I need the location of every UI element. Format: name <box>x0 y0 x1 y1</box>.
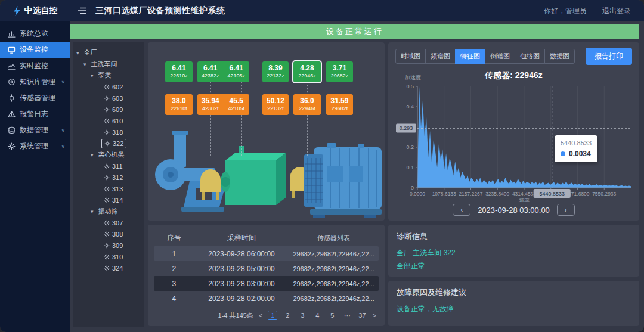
sensor-cell-22946t[interactable]: 36.022946t <box>293 94 321 115</box>
pagination-page-37[interactable]: 37 <box>357 311 367 320</box>
table-row[interactable]: 32023-09-28 03:00:0029682z,29682t,22946z… <box>154 276 379 291</box>
tab-频谱图[interactable]: 频谱图 <box>425 49 456 64</box>
sensor-cell-42105t[interactable]: 45.542105t <box>224 94 250 115</box>
table-row[interactable]: 12023-09-28 06:00:0029682z,29682t,22946z… <box>154 246 379 261</box>
sensor-id: 42382z <box>197 73 224 79</box>
sensor-cell-22132t[interactable]: 50.1222132t <box>262 94 289 115</box>
tree-leaf-312[interactable]: 312 <box>73 172 144 183</box>
sensor-box-42382z[interactable]: 6.4142382z6.4142105z <box>197 61 249 82</box>
table-cell: 29682z,29682t,22946z,22... <box>289 295 379 302</box>
tree-leaf-610[interactable]: 610 <box>73 115 144 126</box>
sensor-value: 3.71 <box>326 64 353 73</box>
svg-text:0.2: 0.2 <box>406 144 414 150</box>
tab-倒谱图[interactable]: 倒谱图 <box>485 49 515 64</box>
sidebar-item-2[interactable]: 设备监控 <box>0 42 70 58</box>
tab-数据图[interactable]: 数据图 <box>544 49 575 64</box>
tree-leaf-318[interactable]: 318 <box>73 126 144 138</box>
tab-特征图[interactable]: 特征图 <box>455 49 485 64</box>
sensor-value: 45.5 <box>224 97 250 106</box>
sidebar-item-6[interactable]: 报警日志 <box>0 106 70 122</box>
tree-leaf-609[interactable]: 609 <box>73 104 144 115</box>
sensor-dropline <box>179 82 179 156</box>
pagination-page-1[interactable]: 1 <box>268 311 277 320</box>
sensor-box-22132z[interactable]: 8.3922132z <box>262 61 289 82</box>
sensor-box-22946z[interactable]: 4.2822946z <box>293 61 321 82</box>
tree-leaf-602[interactable]: 602 <box>73 81 144 92</box>
sidebar-item-label: 实时监控 <box>20 61 48 71</box>
pagination-page-3[interactable]: 3 <box>298 311 307 320</box>
tab-时域图[interactable]: 时域图 <box>395 49 426 64</box>
table-row[interactable]: 22023-09-28 05:00:0029682z,29682t,22946z… <box>154 261 379 276</box>
caret-down-icon[interactable]: ▾ <box>83 61 86 67</box>
pagination-prev[interactable]: < <box>259 312 262 319</box>
sensor-box-22610t[interactable]: 38.022610t <box>165 94 193 115</box>
spectrum-chart[interactable]: 加速度00.10.20.40.50.00001078.61332157.2267… <box>388 42 639 202</box>
sensor-cell-22946z[interactable]: 4.2822946z <box>293 61 321 82</box>
sensor-box-29682t[interactable]: 31.5929682t <box>326 94 353 115</box>
tree-leaf-307[interactable]: 307 <box>73 217 144 228</box>
next-date-button[interactable]: › <box>557 204 575 216</box>
caret-down-icon[interactable]: ▾ <box>91 209 94 215</box>
tree-branch-全厂[interactable]: ▾全厂 <box>73 47 144 58</box>
tree-leaf-324[interactable]: 324 <box>73 262 144 274</box>
sensor-cell-22610t[interactable]: 38.022610t <box>165 94 193 115</box>
sidebar-item-1[interactable]: 系统总览 <box>0 26 70 42</box>
sensor-cell-22132z[interactable]: 8.3922132z <box>262 61 289 82</box>
tree-leaf-603[interactable]: 603 <box>73 92 144 104</box>
tree-branch-泵类[interactable]: ▾泵类 <box>73 70 144 81</box>
caret-down-icon[interactable]: ▾ <box>91 73 94 79</box>
sensor-cell-29682z[interactable]: 3.7129682z <box>326 61 353 82</box>
sensor-dropline <box>307 82 308 156</box>
logout-link[interactable]: 退出登录 <box>602 6 631 16</box>
pagination-page-2[interactable]: 2 <box>283 311 292 320</box>
series-dot-icon <box>561 151 565 156</box>
sensor-box-22610z[interactable]: 6.4122610z <box>165 61 193 82</box>
tab-包络图[interactable]: 包络图 <box>515 49 545 64</box>
tree-branch-振动筛[interactable]: ▾振动筛 <box>73 206 144 217</box>
pagination-page-4[interactable]: 4 <box>312 311 322 320</box>
tree-leaf-308[interactable]: 308 <box>73 228 144 240</box>
tree-leaf-322[interactable]: 322 <box>73 138 144 149</box>
sensor-value: 6.41 <box>197 64 224 73</box>
sensor-cell-42382t[interactable]: 35.9442382t <box>197 94 224 115</box>
caret-down-icon[interactable]: ▾ <box>91 152 94 158</box>
sensor-cell-29682t[interactable]: 31.5929682t <box>326 94 353 115</box>
print-report-button[interactable]: 报告打印 <box>586 48 632 65</box>
device-gear-icon <box>104 141 110 147</box>
tree-leaf-311[interactable]: 311 <box>73 160 144 172</box>
tree-node-label: 309 <box>101 241 125 250</box>
sensor-box-29682z[interactable]: 3.7129682z <box>326 61 353 82</box>
sensor-cell-42382z[interactable]: 6.4142382z <box>197 61 224 82</box>
tree-leaf-313[interactable]: 313 <box>73 183 144 194</box>
sidebar-item-8[interactable]: 系统管理∨ <box>0 138 70 154</box>
sidebar-item-4[interactable]: 知识库管理∨ <box>0 74 70 90</box>
tree-branch-离心机类[interactable]: ▾离心机类 <box>73 149 144 160</box>
chevron-down-icon: ∨ <box>61 144 65 149</box>
pagination-next[interactable]: > <box>373 312 376 319</box>
prev-date-button[interactable]: ‹ <box>453 204 470 216</box>
sidebar-item-label: 知识库管理 <box>20 77 55 87</box>
tree-leaf-314[interactable]: 314 <box>73 194 144 206</box>
device-gear-icon <box>104 231 110 237</box>
knowledge-icon <box>8 78 16 86</box>
sensor-box-22132t[interactable]: 50.1222132t <box>262 94 289 115</box>
sidebar-item-5[interactable]: 传感器管理 <box>0 90 70 106</box>
diagnosis-status[interactable]: 全部正常 <box>397 260 631 273</box>
diagnosis-location[interactable]: 全厂 主洗车间 322 <box>397 247 631 260</box>
tree-leaf-310[interactable]: 310 <box>73 251 144 262</box>
menu-collapse-icon[interactable] <box>78 7 87 14</box>
sensor-box-22946t[interactable]: 36.022946t <box>293 94 321 115</box>
sidebar-item-7[interactable]: 数据管理∨ <box>0 122 70 138</box>
sidebar-item-3[interactable]: 实时监控 <box>0 58 70 74</box>
sensor-cell-42105z[interactable]: 6.4142105z <box>224 61 250 82</box>
tree-node-label: 全厂 <box>82 48 100 58</box>
sensor-dropline <box>210 82 211 156</box>
pagination-page-5[interactable]: 5 <box>327 311 337 320</box>
sensor-cell-22610z[interactable]: 6.4122610z <box>165 61 193 82</box>
tooltip-x-value: 5440.8533 <box>561 138 592 148</box>
tree-branch-主洗车间[interactable]: ▾主洗车间 <box>73 58 144 70</box>
table-row[interactable]: 42023-09-28 02:00:0029682z,29682t,22946z… <box>154 291 379 306</box>
tree-leaf-309[interactable]: 309 <box>73 240 144 251</box>
sensor-box-42382t[interactable]: 35.9442382t45.542105t <box>197 94 249 115</box>
caret-down-icon[interactable]: ▾ <box>76 50 79 56</box>
